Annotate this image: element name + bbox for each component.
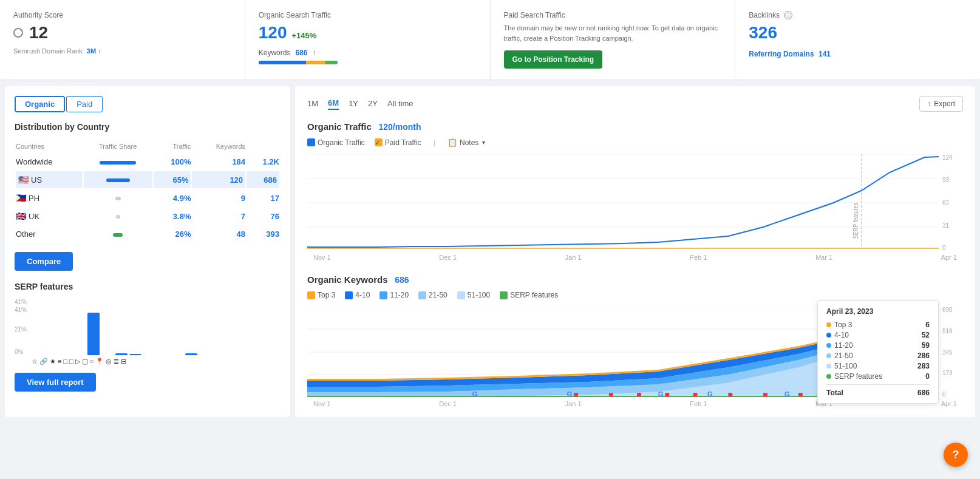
country-table: Countries Traffic Share Traffic Keywords…	[15, 139, 281, 243]
organic-traffic-value: 120/month	[379, 122, 421, 132]
stacked-chart-container: G G G G G G G 1 April 23, 2023	[307, 307, 963, 398]
country-name: 🇬🇧UK	[16, 208, 83, 225]
country-keywords: 686	[247, 171, 279, 188]
country-traffic: 120	[192, 171, 245, 188]
tooltip-51-100: 51-100 283	[826, 362, 930, 370]
tooltip-total-value: 686	[917, 389, 930, 397]
tooltip-21-50-val: 286	[917, 352, 930, 360]
svg-text:G: G	[658, 391, 664, 398]
stacked-chart-area: G G G G G G G 1 April 23, 2023	[307, 307, 939, 398]
serp-icon-10: 📍	[95, 358, 104, 365]
tooltip-serp-label: SERP features	[834, 372, 882, 381]
keywords-chart-value: 686	[395, 275, 409, 285]
top3-label: Top 3	[318, 291, 335, 299]
svg-text:G: G	[472, 391, 478, 398]
paid-search-card: Paid Search Traffic The domain may be ne…	[491, 0, 736, 80]
legend-4-10[interactable]: 4-10	[345, 291, 370, 299]
view-full-report-button[interactable]: View full report	[15, 373, 96, 392]
notes-chevron: ▾	[482, 139, 485, 146]
svg-rect-21	[609, 393, 613, 396]
svg-rect-23	[665, 393, 669, 396]
country-keywords: 1.2K	[247, 154, 279, 170]
svg-rect-25	[728, 393, 732, 396]
backlinks-info-icon[interactable]: ⓘ	[784, 11, 792, 19]
legend-organic-traffic[interactable]: ✓ Organic Traffic	[307, 138, 365, 147]
serp-icons-row: ☆ 🔗 ★ ≡ □ □ ▷ ▢ ○ 📍 ◎ ≣ ⊟	[15, 358, 281, 365]
kw-x-apr: Apr 1	[941, 400, 957, 407]
tab-organic[interactable]: Organic	[15, 96, 65, 112]
chart-tooltip: April 23, 2023 Top 3 6 4-10	[817, 301, 939, 404]
legend-notes[interactable]: 📋 Notes ▾	[447, 138, 485, 147]
serp-bar	[185, 353, 197, 356]
keywords-row: Keywords 686 ↑	[259, 49, 477, 57]
legend-11-20[interactable]: 11-20	[379, 291, 409, 299]
time-tab-6m[interactable]: 6M	[328, 98, 339, 110]
time-tab-1y[interactable]: 1Y	[349, 99, 358, 109]
kw-bar-green	[325, 61, 338, 64]
organic-search-title: Organic Search Traffic	[259, 11, 477, 19]
organic-chart-wrapper: SERP features 124 93 62 31 0	[307, 154, 963, 261]
go-position-tracking-button[interactable]: Go to Position Tracking	[504, 50, 603, 69]
serp-y-label-41: 41%	[15, 307, 27, 313]
time-tab-2y[interactable]: 2Y	[368, 99, 378, 109]
serp-icon-1: ☆	[32, 358, 38, 365]
serp-features-label: SERP features	[510, 291, 558, 299]
11-20-label: 11-20	[390, 291, 409, 299]
country-share: 4.9%	[154, 189, 191, 206]
legend-serp-features[interactable]: SERP features	[500, 291, 558, 299]
country-name: 🇵🇭PH	[16, 189, 83, 206]
x-jan: Jan 1	[565, 254, 582, 261]
distribution-title: Distribution by Country	[15, 122, 281, 132]
traffic-bar	[113, 233, 123, 237]
tooltip-4-10-dot	[826, 333, 831, 338]
svg-text:G: G	[784, 391, 790, 398]
organic-change: +145%	[291, 31, 316, 40]
table-row: 🇺🇸US 65% 120 686	[16, 171, 279, 188]
x-mar: Mar 1	[815, 254, 832, 261]
legend-top3[interactable]: Top 3	[307, 291, 335, 299]
export-button[interactable]: ↑ Export	[919, 96, 963, 112]
x-feb: Feb 1	[690, 254, 707, 261]
authority-rank: Semrush Domain Rank 3M ↑	[13, 47, 231, 55]
country-share: 3.8%	[154, 208, 191, 225]
tooltip-51-100-label: 51-100	[834, 362, 857, 370]
tooltip-title: April 23, 2023	[826, 307, 930, 316]
keywords-chart-title: Organic Keywords	[307, 274, 388, 285]
serp-title: SERP features	[15, 282, 281, 291]
country-traffic: 48	[192, 226, 245, 242]
serp-y-41: 41%	[15, 299, 27, 305]
legend-21-50[interactable]: 21-50	[418, 291, 447, 299]
tooltip-4-10: 4-10 52	[826, 331, 930, 339]
table-row: Worldwide 100% 184 1.2K	[16, 154, 279, 170]
legend-paid-traffic[interactable]: ✓ Paid Traffic	[375, 138, 421, 147]
legend-notes-label: Notes	[460, 138, 478, 147]
serp-bar	[129, 354, 141, 355]
top3-checkbox	[307, 291, 315, 299]
right-panel: 1M 6M 1Y 2Y All time ↑ Export Organic Tr…	[295, 86, 975, 417]
organic-legend: ✓ Organic Traffic ✓ Paid Traffic | 📋 Not…	[307, 138, 963, 147]
tooltip-top3-val: 6	[925, 321, 930, 329]
organic-traffic-section: Organic Traffic 120/month ✓ Organic Traf…	[307, 121, 963, 261]
svg-rect-22	[637, 393, 641, 396]
kw-x-feb: Feb 1	[690, 400, 707, 407]
time-tab-1m[interactable]: 1M	[307, 99, 318, 109]
country-share: 26%	[154, 226, 191, 242]
legend-51-100[interactable]: 51-100	[457, 291, 490, 299]
kw-y-518: 518	[942, 328, 963, 335]
country-keywords: 17	[247, 189, 279, 206]
tooltip-4-10-val: 52	[922, 331, 930, 339]
tooltip-top3-dot	[826, 322, 831, 327]
traffic-bar	[100, 161, 136, 165]
kw-bar-yellow	[306, 61, 326, 64]
compare-button[interactable]: Compare	[15, 252, 73, 271]
organic-search-value: 120	[259, 23, 287, 42]
keywords-bar	[259, 61, 338, 64]
tooltip-21-50-dot	[826, 353, 831, 358]
tab-paid[interactable]: Paid	[66, 96, 103, 112]
tooltip-11-20: 11-20 59	[826, 341, 930, 350]
tooltip-11-20-dot	[826, 343, 831, 348]
time-tab-alltime[interactable]: All time	[387, 99, 413, 109]
serp-y-label-0: 0%	[15, 348, 23, 355]
y-label-62: 62	[942, 200, 963, 206]
21-50-checkbox	[418, 291, 426, 299]
